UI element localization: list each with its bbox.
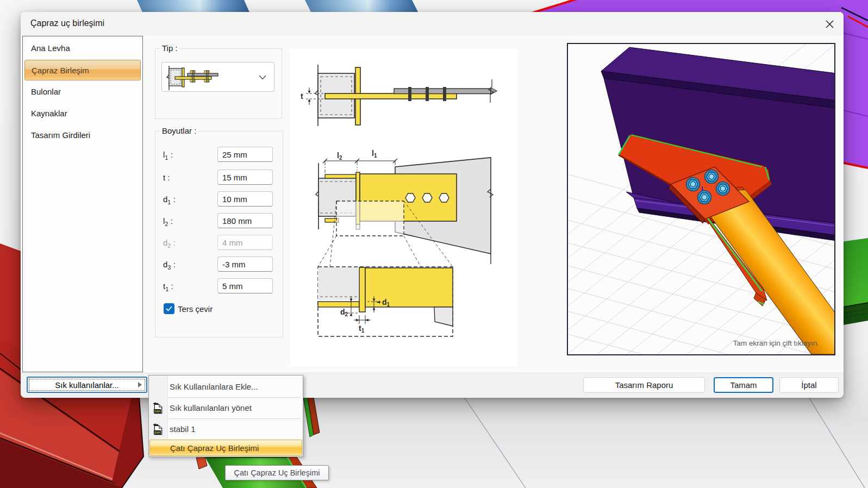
dialog-brace-end-connection: Çapraz uç birleşimi Ana Levha Çapraz Bir… xyxy=(21,12,844,397)
chevron-down-icon xyxy=(259,75,266,80)
close-button[interactable] xyxy=(819,14,840,34)
favorites-menu: Sık Kullanılanlara Ekle... Sık kullanıla… xyxy=(148,375,303,457)
menu-item-cati-capraz[interactable]: Çatı Çapraz Uç Birleşimi xyxy=(149,440,302,456)
sidebar-item-kaynaklar[interactable]: Kaynaklar xyxy=(24,103,141,124)
checkmark-icon xyxy=(166,306,172,311)
dxf-file-icon: DXF xyxy=(152,423,164,435)
dxf-file-icon: DXF xyxy=(152,402,164,414)
cancel-button-label: İptal xyxy=(801,380,816,390)
svg-text:DXF: DXF xyxy=(154,431,161,434)
connection-drawing: t l2 l1 d1 d2 t1 xyxy=(290,49,517,366)
dim-label-d2: d2 : xyxy=(163,238,176,249)
tooltip: Çatı Çapraz Uç Birleşimi xyxy=(225,465,329,480)
sidebar-item-tasarim-girdileri[interactable]: Tasarım Girdileri xyxy=(24,125,141,146)
tooltip-text: Çatı Çapraz Uç Birleşimi xyxy=(234,468,320,477)
dialog-title: Çapraz uç birleşimi xyxy=(30,18,104,28)
dim-label-l1: l1 : xyxy=(163,150,173,161)
menu-item-stabil-1[interactable]: stabil 1 xyxy=(149,419,302,440)
preview-3d-scene: Tam ekran için çift tıklayın. xyxy=(568,44,834,354)
design-report-button-label: Tasarım Raporu xyxy=(615,380,673,390)
favorites-button[interactable]: Sık kullanılanlar... xyxy=(27,377,147,393)
input-d2 xyxy=(217,235,273,250)
dim-label-t1: t1 : xyxy=(163,281,173,292)
svg-text:DXF: DXF xyxy=(154,410,161,413)
menu-item-manage-favorites[interactable]: Sık kullanılanları yönet xyxy=(149,398,302,418)
fullscreen-hint: Tam ekran için çift tıklayın. xyxy=(733,339,819,347)
ok-button[interactable]: Tamam xyxy=(714,377,773,393)
input-d3[interactable] xyxy=(217,256,273,272)
sidebar-item-bulonlar[interactable]: Bulonlar xyxy=(24,82,141,102)
ters-cevir-label: Ters çevir xyxy=(178,304,213,314)
input-t1[interactable] xyxy=(217,278,273,293)
drawing-label-t1: t1 xyxy=(359,324,365,334)
dialog-titlebar[interactable]: Çapraz uç birleşimi xyxy=(21,12,844,36)
menu-item-add-favorite[interactable]: Sık Kullanılanlara Ekle... xyxy=(149,377,302,397)
drawing-label-t: t xyxy=(301,92,303,101)
close-icon xyxy=(826,20,834,28)
tip-group-legend: Tip : xyxy=(160,43,180,53)
dimensions-group: Boyutlar : l1 : t : d1 : l2 : d2 : d3 : … xyxy=(155,131,283,337)
cad-desktop: Çapraz uç birleşimi Ana Levha Çapraz Bir… xyxy=(0,0,868,488)
dim-label-d3: d3 : xyxy=(163,260,176,271)
input-l2[interactable] xyxy=(217,213,273,228)
connection-drawing-panel: t l2 l1 d1 d2 t1 xyxy=(290,49,517,366)
submenu-arrow-icon xyxy=(138,382,142,387)
preview-3d-panel[interactable]: Tam ekran için çift tıklayın. xyxy=(567,43,835,355)
sidebar-item-capraz-birlesim[interactable]: Çapraz Birleşim xyxy=(24,60,141,80)
input-d1[interactable] xyxy=(217,191,273,207)
design-report-button[interactable]: Tasarım Raporu xyxy=(583,377,705,393)
dim-label-t: t : xyxy=(163,173,170,184)
sidebar-pages: Ana Levha Çapraz Birleşim Bulonlar Kayna… xyxy=(22,36,143,372)
ters-cevir-checkbox[interactable] xyxy=(164,303,174,314)
input-t[interactable] xyxy=(217,170,273,185)
favorites-button-label: Sık kullanılanlar... xyxy=(55,380,119,390)
sidebar-item-ana-levha[interactable]: Ana Levha xyxy=(24,38,141,59)
input-l1[interactable] xyxy=(217,147,273,162)
cancel-button[interactable]: İptal xyxy=(779,377,839,393)
drawing-label-d2: d2 xyxy=(340,308,348,317)
drawing-label-l1: l1 xyxy=(372,149,377,159)
dim-label-d1: d1 : xyxy=(163,195,176,205)
tip-combobox[interactable] xyxy=(161,62,274,92)
dimensions-group-legend: Boyutlar : xyxy=(160,126,198,135)
tip-combobox-drawing xyxy=(162,62,274,91)
dim-label-l2: l2 : xyxy=(163,216,173,227)
drawing-label-l2: l2 xyxy=(337,151,342,161)
ok-button-label: Tamam xyxy=(730,380,757,390)
